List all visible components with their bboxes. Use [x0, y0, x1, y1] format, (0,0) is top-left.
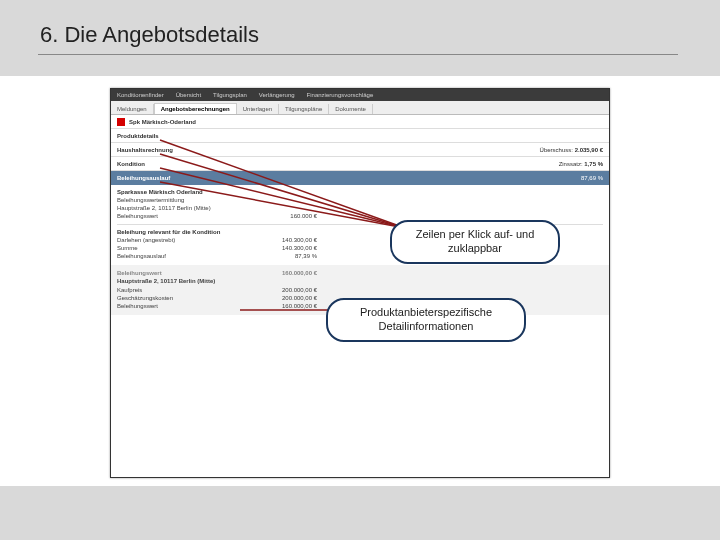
callout-text: Detailinformationen — [342, 320, 510, 334]
bwe-bank: Sparkasse Märkisch Oderland — [117, 189, 603, 195]
title-rule — [38, 54, 678, 55]
cell: Geschätzungskosten — [117, 294, 247, 302]
cell: 200.000,00 € — [247, 294, 317, 302]
callout-text: zuklappbar — [406, 242, 544, 256]
cell: Beleihungswert — [117, 269, 247, 277]
cell: Hauptstraße 2, 10117 Berlin (Mitte) — [117, 277, 247, 285]
cell: Summe — [117, 245, 247, 253]
cell: Darlehen (angestrebt) — [117, 237, 247, 245]
app-top-menu: Konditionenfinder Übersicht Tilgungsplan… — [111, 89, 609, 101]
menu-item[interactable]: Konditionenfinder — [117, 92, 164, 98]
tab-dokumente[interactable]: Dokumente — [329, 104, 373, 114]
tab-tilgungsplaene[interactable]: Tilgungspläne — [279, 104, 329, 114]
callout-text: Zeilen per Klick auf- und — [406, 228, 544, 242]
menu-item[interactable]: Verlängerung — [259, 92, 295, 98]
menu-item[interactable]: Finanzierungsvorschläge — [307, 92, 374, 98]
app-window: Konditionenfinder Übersicht Tilgungsplan… — [110, 88, 610, 478]
cell: 160.000,00 € — [247, 269, 317, 277]
provider-name: Spk Märkisch-Oderland — [129, 119, 196, 125]
cell: Kaufpreis — [117, 286, 247, 294]
cell: 200.000,00 € — [247, 286, 317, 294]
cell: 140.300,00 € — [247, 245, 317, 253]
row-beleihungsauslauf[interactable]: Beleihungsauslauf 87,69 % — [111, 171, 609, 185]
provider-row: Spk Märkisch-Oderland — [111, 115, 609, 129]
tab-unterlagen[interactable]: Unterlagen — [237, 104, 279, 114]
bwe-value: 160.000 € — [247, 213, 317, 221]
cell: 160.000,00 € — [247, 302, 317, 310]
tab-bar: Meldungen Angebotsberechnungen Unterlage… — [111, 101, 609, 115]
sparkasse-logo-icon — [117, 118, 125, 126]
cell: 140.300,00 € — [247, 237, 317, 245]
callout-text: Produktanbieterspezifische — [342, 306, 510, 320]
cell: Beleihungswert — [117, 302, 247, 310]
cell: Beleihungsauslauf — [117, 253, 247, 261]
row-value: Zinssatz: 1,75 % — [559, 161, 603, 167]
row-kondition[interactable]: Kondition Zinssatz: 1,75 % — [111, 157, 609, 171]
callout-provider-details: Produktanbieterspezifische Detailinforma… — [326, 298, 526, 342]
callout-rows-collapsible: Zeilen per Klick auf- und zuklappbar — [390, 220, 560, 264]
cell: 87,39 % — [247, 253, 317, 261]
row-value: Überschuss: 2.035,90 € — [540, 147, 603, 153]
row-label: Produktdetails — [117, 133, 159, 139]
row-label: Kondition — [117, 161, 145, 167]
menu-item[interactable]: Tilgungsplan — [213, 92, 247, 98]
bwe-sub: Beleihungswertermittlung — [117, 197, 247, 205]
menu-item[interactable]: Übersicht — [176, 92, 201, 98]
row-label: Haushaltsrechnung — [117, 147, 173, 153]
row-value: 87,69 % — [581, 175, 603, 181]
row-produktdetails[interactable]: Produktdetails — [111, 129, 609, 143]
row-haushaltsrechnung[interactable]: Haushaltsrechnung Überschuss: 2.035,90 € — [111, 143, 609, 157]
bwe-label: Beleihungswert — [117, 213, 247, 221]
tab-angebotsberechnungen[interactable]: Angebotsberechnungen — [154, 103, 237, 114]
tab-meldungen[interactable]: Meldungen — [111, 104, 154, 114]
slide-title: 6. Die Angebotsdetails — [40, 22, 259, 48]
row-label: Beleihungsauslauf — [117, 175, 170, 181]
bwe-address: Hauptstraße 2, 10117 Berlin (Mitte) — [117, 205, 247, 213]
